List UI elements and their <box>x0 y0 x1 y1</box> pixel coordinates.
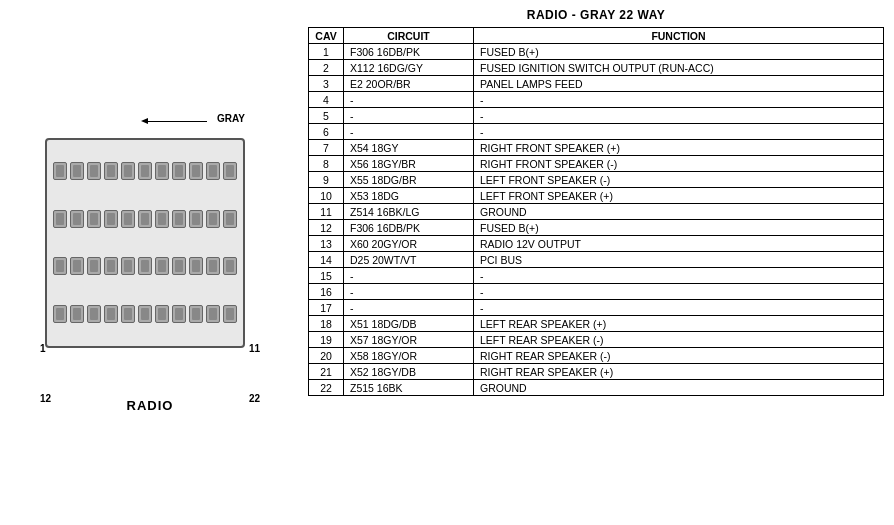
cell-circuit: - <box>344 284 474 300</box>
pin <box>121 210 135 228</box>
cell-function: - <box>474 92 884 108</box>
cell-circuit: D25 20WT/VT <box>344 252 474 268</box>
cell-cav: 8 <box>309 156 344 172</box>
pin <box>155 305 169 323</box>
cell-function: LEFT REAR SPEAKER (-) <box>474 332 884 348</box>
pin <box>172 162 186 180</box>
pin <box>70 162 84 180</box>
table-row: 20X58 18GY/ORRIGHT REAR SPEAKER (-) <box>309 348 884 364</box>
corner-num-top-left: 1 <box>40 343 46 354</box>
pin <box>155 162 169 180</box>
pin-row-1 <box>53 162 237 180</box>
radio-label: RADIO <box>127 398 174 413</box>
cell-function: RIGHT REAR SPEAKER (+) <box>474 364 884 380</box>
table-row: 10X53 18DGLEFT FRONT SPEAKER (+) <box>309 188 884 204</box>
cell-function: GROUND <box>474 380 884 396</box>
table-row: 16-- <box>309 284 884 300</box>
cell-cav: 11 <box>309 204 344 220</box>
cell-function: PCI BUS <box>474 252 884 268</box>
cell-circuit: - <box>344 92 474 108</box>
cell-cav: 4 <box>309 92 344 108</box>
pin <box>206 210 220 228</box>
table-row: 7X54 18GYRIGHT FRONT SPEAKER (+) <box>309 140 884 156</box>
pin <box>172 305 186 323</box>
cell-circuit: - <box>344 124 474 140</box>
pin <box>189 305 203 323</box>
cell-circuit: X51 18DG/DB <box>344 316 474 332</box>
cell-function: RIGHT FRONT SPEAKER (-) <box>474 156 884 172</box>
pin <box>172 257 186 275</box>
cell-circuit: X52 18GY/DB <box>344 364 474 380</box>
gray-label: GRAY <box>217 113 245 124</box>
cell-cav: 18 <box>309 316 344 332</box>
cell-function: - <box>474 284 884 300</box>
pin <box>223 210 237 228</box>
pin <box>223 257 237 275</box>
table-row: 17-- <box>309 300 884 316</box>
cell-cav: 17 <box>309 300 344 316</box>
pin <box>138 305 152 323</box>
table-row: 12F306 16DB/PKFUSED B(+) <box>309 220 884 236</box>
pin <box>138 210 152 228</box>
table-row: 11Z514 16BK/LGGROUND <box>309 204 884 220</box>
left-panel: GRAY <box>0 0 300 525</box>
table-title: RADIO - GRAY 22 WAY <box>308 8 884 22</box>
cell-circuit: X58 18GY/OR <box>344 348 474 364</box>
table-header-row: CAV CIRCUIT FUNCTION <box>309 28 884 44</box>
cell-function: LEFT FRONT SPEAKER (-) <box>474 172 884 188</box>
cell-function: FUSED B(+) <box>474 44 884 60</box>
header-cav: CAV <box>309 28 344 44</box>
pin-row-4 <box>53 305 237 323</box>
pin <box>87 162 101 180</box>
cell-function: - <box>474 108 884 124</box>
cell-cav: 6 <box>309 124 344 140</box>
cell-function: GROUND <box>474 204 884 220</box>
cell-circuit: X54 18GY <box>344 140 474 156</box>
cell-cav: 20 <box>309 348 344 364</box>
pin-row-3 <box>53 257 237 275</box>
pin <box>189 257 203 275</box>
table-row: 15-- <box>309 268 884 284</box>
cell-cav: 19 <box>309 332 344 348</box>
table-row: 5-- <box>309 108 884 124</box>
cell-cav: 10 <box>309 188 344 204</box>
cell-function: - <box>474 268 884 284</box>
pin <box>53 162 67 180</box>
cell-circuit: F306 16DB/PK <box>344 220 474 236</box>
pin <box>87 210 101 228</box>
cell-circuit: X55 18DG/BR <box>344 172 474 188</box>
pin <box>70 305 84 323</box>
pin <box>223 305 237 323</box>
pin <box>104 305 118 323</box>
corner-num-bottom-left: 12 <box>40 393 51 404</box>
cell-circuit: - <box>344 300 474 316</box>
connector-diagram: GRAY <box>35 103 265 423</box>
table-row: 8X56 18GY/BRRIGHT FRONT SPEAKER (-) <box>309 156 884 172</box>
pin <box>104 257 118 275</box>
pin <box>87 257 101 275</box>
pin <box>53 305 67 323</box>
pin <box>53 257 67 275</box>
pin <box>70 210 84 228</box>
pin <box>223 162 237 180</box>
pin <box>121 257 135 275</box>
cell-cav: 22 <box>309 380 344 396</box>
cell-circuit: X57 18GY/OR <box>344 332 474 348</box>
pin <box>104 210 118 228</box>
right-panel: RADIO - GRAY 22 WAY CAV CIRCUIT FUNCTION… <box>300 0 894 525</box>
pin <box>189 162 203 180</box>
pin <box>206 305 220 323</box>
table-row: 14D25 20WT/VTPCI BUS <box>309 252 884 268</box>
cell-cav: 1 <box>309 44 344 60</box>
cell-cav: 5 <box>309 108 344 124</box>
table-row: 1F306 16DB/PKFUSED B(+) <box>309 44 884 60</box>
table-row: 22Z515 16BKGROUND <box>309 380 884 396</box>
cell-cav: 12 <box>309 220 344 236</box>
pin <box>138 257 152 275</box>
cell-function: LEFT REAR SPEAKER (+) <box>474 316 884 332</box>
cell-cav: 14 <box>309 252 344 268</box>
cell-cav: 2 <box>309 60 344 76</box>
cell-cav: 7 <box>309 140 344 156</box>
pin <box>70 257 84 275</box>
header-function: FUNCTION <box>474 28 884 44</box>
